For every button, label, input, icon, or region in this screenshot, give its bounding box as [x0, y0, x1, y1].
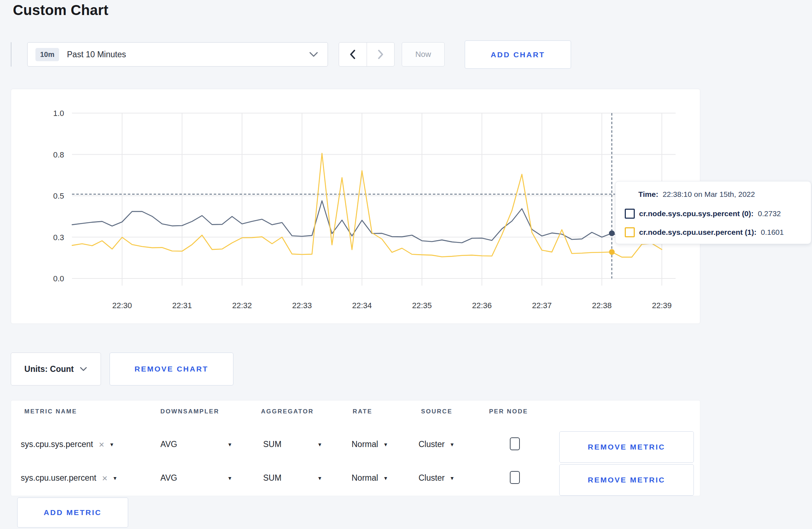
custom-chart-page: Custom Chart 10m Past 10 Minutes Now ADD… — [0, 0, 812, 529]
downsampler-value: AVG — [160, 440, 177, 449]
svg-text:22:36: 22:36 — [472, 301, 492, 310]
col-header-downsampler: DOWNSAMPLER — [160, 408, 219, 415]
units-select[interactable]: Units: Count — [11, 353, 101, 385]
next-interval-button[interactable] — [367, 43, 395, 66]
aggregator-dropdown[interactable]: SUM ▼ — [263, 473, 322, 483]
caret-down-icon: ▼ — [227, 442, 232, 447]
col-header-source: SOURCE — [421, 408, 453, 415]
add-chart-button[interactable]: ADD CHART — [465, 40, 571, 69]
svg-text:22:30: 22:30 — [112, 301, 132, 310]
caret-down-icon: ▼ — [317, 475, 322, 481]
svg-text:22:33: 22:33 — [292, 301, 312, 310]
downsampler-dropdown[interactable]: AVG ▼ — [160, 440, 232, 449]
tooltip-series-user-value: 0.1601 — [761, 228, 784, 237]
metric-name-value: sys.cpu.sys.percent — [21, 440, 93, 449]
timescale-badge: 10m — [35, 48, 59, 61]
rate-dropdown[interactable]: Normal ▼ — [352, 473, 388, 483]
tooltip-time-label: Time: — [638, 190, 658, 199]
clear-metric-icon[interactable]: × — [99, 440, 104, 449]
metric-name-value: sys.cpu.user.percent — [21, 473, 96, 483]
tooltip-time-value: 22:38:10 on Mar 15th, 2022 — [663, 190, 755, 199]
svg-text:1.0: 1.0 — [53, 109, 64, 118]
svg-text:0.0: 0.0 — [53, 274, 64, 283]
caret-down-icon: ▼ — [383, 475, 388, 481]
metric-name-dropdown[interactable]: sys.cpu.user.percent × ▼ — [21, 473, 117, 483]
remove-metric-button[interactable]: REMOVE METRIC — [559, 464, 694, 496]
page-title: Custom Chart — [13, 2, 108, 18]
source-dropdown[interactable]: Cluster ▼ — [419, 440, 455, 449]
per-node-checkbox[interactable] — [510, 437, 520, 450]
svg-text:22:34: 22:34 — [352, 301, 372, 310]
prev-interval-button[interactable] — [339, 43, 367, 66]
svg-text:22:39: 22:39 — [652, 301, 672, 310]
col-header-aggregator: AGGREGATOR — [261, 408, 314, 415]
caret-down-icon: ▼ — [109, 442, 114, 447]
rate-value: Normal — [352, 440, 378, 449]
toolbar-divider — [11, 42, 11, 67]
source-dropdown[interactable]: Cluster ▼ — [419, 473, 455, 483]
time-nav — [339, 42, 395, 67]
chevron-left-icon — [349, 49, 357, 60]
col-header-per-node: PER NODE — [489, 408, 528, 415]
remove-metric-button[interactable]: REMOVE METRIC — [559, 431, 694, 463]
metric-name-dropdown[interactable]: sys.cpu.sys.percent × ▼ — [21, 440, 114, 449]
downsampler-value: AVG — [160, 473, 177, 483]
caret-down-icon: ▼ — [450, 442, 455, 447]
svg-text:22:37: 22:37 — [532, 301, 552, 310]
chevron-down-icon — [79, 367, 87, 372]
clear-metric-icon[interactable]: × — [102, 474, 107, 483]
svg-text:22:38: 22:38 — [592, 301, 612, 310]
units-label: Units: Count — [24, 364, 74, 374]
chevron-down-icon — [309, 52, 318, 57]
tooltip-series-sys-label: cr.node.sys.cpu.sys.percent (0): — [639, 209, 754, 218]
timescale-select[interactable]: 10m Past 10 Minutes — [27, 42, 328, 67]
caret-down-icon: ▼ — [112, 475, 117, 481]
rate-dropdown[interactable]: Normal ▼ — [352, 440, 388, 449]
caret-down-icon: ▼ — [383, 442, 388, 447]
downsampler-dropdown[interactable]: AVG ▼ — [160, 473, 232, 483]
caret-down-icon: ▼ — [317, 442, 322, 447]
source-value: Cluster — [419, 440, 445, 449]
aggregator-value: SUM — [263, 473, 281, 483]
svg-text:22:35: 22:35 — [412, 301, 432, 310]
source-value: Cluster — [419, 473, 445, 483]
rate-value: Normal — [352, 473, 378, 483]
per-node-checkbox[interactable] — [510, 471, 520, 484]
chevron-right-icon — [377, 49, 385, 60]
timescale-label: Past 10 Minutes — [67, 50, 126, 59]
chart-plot[interactable]: 0.00.30.50.81.022:3022:3122:3222:3322:34… — [11, 89, 700, 324]
series-user-legend-swatch-icon — [625, 227, 635, 237]
now-button[interactable]: Now — [402, 42, 445, 67]
caret-down-icon: ▼ — [450, 475, 455, 481]
svg-text:0.8: 0.8 — [53, 150, 64, 159]
svg-text:22:32: 22:32 — [232, 301, 252, 310]
col-header-metric-name: METRIC NAME — [24, 408, 77, 415]
svg-text:22:31: 22:31 — [172, 301, 192, 310]
add-metric-button[interactable]: ADD METRIC — [17, 498, 128, 528]
chart-tooltip: Time: 22:38:10 on Mar 15th, 2022 cr.node… — [615, 181, 811, 244]
remove-chart-button[interactable]: REMOVE CHART — [110, 353, 233, 385]
aggregator-value: SUM — [263, 440, 281, 449]
col-header-rate: RATE — [353, 408, 372, 415]
series-sys-legend-swatch-icon — [625, 209, 635, 219]
svg-text:0.5: 0.5 — [53, 191, 64, 200]
chart-card: 0.00.30.50.81.022:3022:3122:3222:3322:34… — [11, 89, 700, 324]
aggregator-dropdown[interactable]: SUM ▼ — [263, 440, 322, 449]
svg-text:0.3: 0.3 — [53, 233, 64, 242]
tooltip-series-user-label: cr.node.sys.cpu.user.percent (1): — [639, 228, 757, 237]
tooltip-series-sys-value: 0.2732 — [758, 209, 781, 218]
caret-down-icon: ▼ — [227, 475, 232, 481]
